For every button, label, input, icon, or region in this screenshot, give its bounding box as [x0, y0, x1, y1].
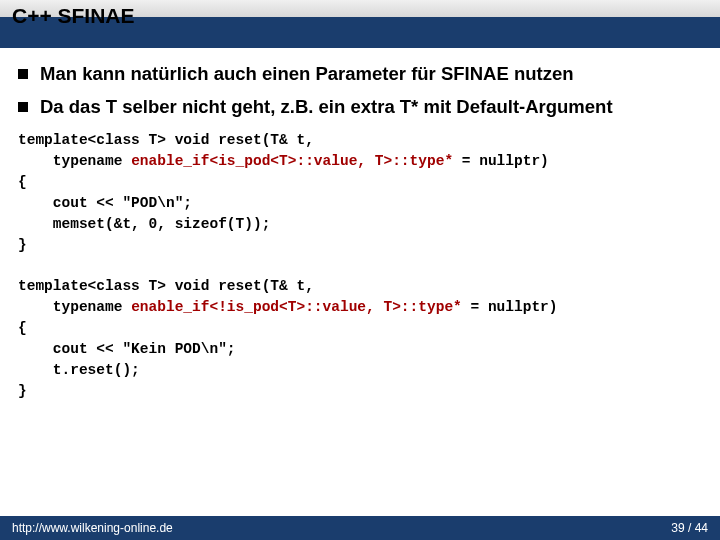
page-number: 39 / 44: [671, 521, 708, 535]
bullet-marker-icon: [18, 69, 28, 79]
code-line: {: [18, 318, 702, 339]
code-line: template<class T> void reset(T& t,: [18, 130, 702, 151]
code-line: template<class T> void reset(T& t,: [18, 276, 702, 297]
bullet-item: Man kann natürlich auch einen Parameter …: [18, 62, 702, 85]
bullet-list: Man kann natürlich auch einen Parameter …: [0, 48, 720, 118]
code-line: typename enable_if<is_pod<T>::value, T>:…: [18, 151, 702, 172]
footer-bar: http://www.wilkening-online.de 39 / 44: [0, 516, 720, 540]
bullet-text: Da das T selber nicht geht, z.B. ein ext…: [40, 95, 613, 118]
bullet-text: Man kann natürlich auch einen Parameter …: [40, 62, 574, 85]
code-block-1: template<class T> void reset(T& t, typen…: [0, 130, 720, 256]
bullet-item: Da das T selber nicht geht, z.B. ein ext…: [18, 95, 702, 118]
code-line: }: [18, 235, 702, 256]
footer-url: http://www.wilkening-online.de: [12, 521, 173, 535]
code-line: memset(&t, 0, sizeof(T));: [18, 214, 702, 235]
code-line: {: [18, 172, 702, 193]
slide-title: C++ SFINAE: [12, 4, 135, 28]
bullet-marker-icon: [18, 102, 28, 112]
code-line: cout << "POD\n";: [18, 193, 702, 214]
code-line: typename enable_if<!is_pod<T>::value, T>…: [18, 297, 702, 318]
sfinae-type: enable_if<!is_pod<T>::value, T>::type*: [131, 299, 462, 315]
code-line: cout << "Kein POD\n";: [18, 339, 702, 360]
title-bar: C++ SFINAE: [0, 0, 720, 48]
code-line: }: [18, 381, 702, 402]
code-line: t.reset();: [18, 360, 702, 381]
code-block-2: template<class T> void reset(T& t, typen…: [0, 276, 720, 402]
sfinae-type: enable_if<is_pod<T>::value, T>::type*: [131, 153, 453, 169]
